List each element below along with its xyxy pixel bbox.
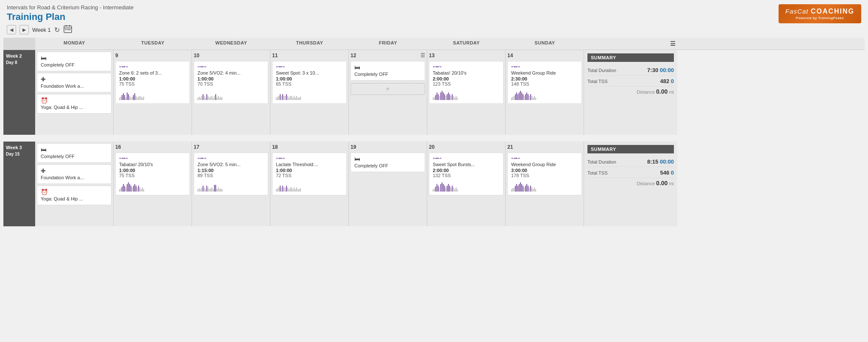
header-thursday: THURSDAY [270, 38, 349, 50]
groupride-w2-dur: 2:30:00 [511, 76, 578, 81]
refresh-button[interactable]: ↻ [54, 26, 60, 34]
top-header: Intervals for Road & Criterium Racing - … [0, 0, 868, 38]
week-2-title: Week 2 [6, 53, 22, 58]
off-card-friday-w3[interactable]: 🛏 Completely OFF [351, 153, 425, 172]
brand-name: FasCat COACHING [785, 8, 854, 15]
day-num-sat-w2: 13 [429, 52, 504, 59]
day-num-sun-w2: 14 [507, 52, 582, 59]
sweetspot-3x10-card[interactable]: ⊶⊷ Sweet Spot: 3 x 10... 1:00:00 65 TSS [272, 61, 347, 104]
bike-icon-tab-w2: ⊶⊷ [433, 64, 500, 70]
calendar-container: MONDAY TUESDAY WEDNESDAY THURSDAY FRIDAY… [0, 38, 868, 236]
zone5-5min-dur: 1:15:00 [198, 168, 264, 173]
header-friday: FRIDAY [349, 38, 427, 50]
bed-icon: 🛏 [41, 55, 108, 61]
bed-icon-mon-w3: 🛏 [41, 146, 108, 153]
lactate-tss: 72 TSS [276, 173, 343, 178]
total-duration-value-w3: 8:15 00:00 [647, 158, 674, 165]
total-tss-row-w2: Total TSS 482 0 [587, 76, 674, 86]
thursday-week3: 18 ⊶⊷ Lactate Threshold:... 1:00:00 72 T… [270, 142, 349, 226]
bike-icon-z5: ⊶⊷ [198, 64, 264, 70]
groupride-w2-card[interactable]: ⊶⊷ Weekend Group Ride 2:30:00 148 TSS [507, 61, 582, 104]
off-label-monday-w2: Completely OFF [41, 62, 108, 67]
next-week-button[interactable]: ▶ [19, 25, 29, 34]
bike-icon-tab-w3: ⊶⊷ [119, 156, 186, 161]
off-card-monday-w3[interactable]: 🛏 Completely OFF [37, 143, 111, 163]
prev-week-button[interactable]: ◀ [7, 25, 16, 34]
header-sunday: SUNDAY [506, 38, 584, 50]
week-3-label: Week 3 Day 15 [3, 142, 35, 226]
bike-icon-ssb: ⊶⊷ [433, 156, 500, 161]
bike-icon-gr-w3: ⊶⊷ [511, 156, 578, 161]
tabatas-w3-dur: 1:00:00 [119, 168, 186, 173]
lactate-dur: 1:00:00 [276, 168, 343, 173]
groupride-w3-name: Weekend Group Ride [511, 162, 578, 167]
header-empty [3, 38, 35, 50]
day-num-tue-w3: 16 [115, 143, 190, 151]
sweetspot-3x10-name: Sweet Spot: 3 x 10... [276, 70, 343, 75]
week-label: Week 1 [32, 27, 51, 33]
brand-coaching: COACHING [811, 8, 854, 15]
bike-icon-lt: ⊶⊷ [276, 156, 343, 161]
week-spacer [3, 138, 865, 142]
tuesday-week3: 16 ⊶⊷ Tabatas! 20/10's 1:00:00 75 TSS [114, 142, 192, 226]
tss-main-w2: 482 [660, 78, 670, 84]
monday-week2: 🛏 Completely OFF ✚ Foundation Work a... … [35, 50, 114, 135]
header-monday: MONDAY [35, 38, 114, 50]
sweetspot-bursts-chart [433, 180, 500, 192]
zone5-5min-card[interactable]: ⊶⊷ Zone 5/VO2: 5 min... 1:15:00 89 TSS [194, 153, 268, 195]
sweetspot-3x10-dur: 1:00:00 [276, 76, 343, 81]
day-num-wed-w2: 10 [194, 52, 268, 59]
subtitle: Intervals for Road & Criterium Racing - … [7, 4, 134, 11]
summary-w2-header: SUMMARY [587, 53, 674, 62]
tabatas-w3-card[interactable]: ⊶⊷ Tabatas! 20/10's 1:00:00 75 TSS [115, 153, 190, 195]
lactate-chart [276, 180, 343, 192]
distance-w2: Distance 0.00 mi [587, 88, 674, 95]
friday-week3: 19 🛏 Completely OFF [349, 142, 427, 226]
tabatas-w2-card[interactable]: ⊶⊷ Tabatas! 20/10's 2:00:00 123 TSS [429, 61, 504, 104]
menu-icon[interactable]: ☰ [670, 40, 676, 47]
yoga-name-w2: Yoga: Quad & Hip ... [41, 105, 108, 110]
zone5-4min-chart [198, 88, 264, 101]
bed-icon-fri-w3: 🛏 [354, 156, 421, 162]
lactate-name: Lactate Threshold:... [276, 162, 343, 167]
lactate-card[interactable]: ⊶⊷ Lactate Threshold:... 1:00:00 72 TSS [272, 153, 347, 195]
zone5-4min-card[interactable]: ⊶⊷ Zone 5/VO2: 4 min... 1:00:00 70 TSS [194, 61, 268, 104]
add-workout-button-fri-w2[interactable]: + [351, 83, 425, 95]
foundation-card-monday-w2[interactable]: ✚ Foundation Work a... [37, 73, 111, 92]
summary-w3-header: SUMMARY [587, 145, 674, 153]
tss-zero-w3: 0 [671, 170, 674, 176]
groupride-w3-card[interactable]: ⊶⊷ Weekend Group Ride 3:00:00 178 TSS [507, 153, 582, 195]
wednesday-week3: 17 ⊶⊷ Zone 5/VO2: 5 min... 1:15:00 89 TS… [192, 142, 270, 226]
yoga-card-monday-w3[interactable]: ⏰ Yoga: Quad & Hip ... [37, 186, 111, 205]
tabatas-w3-chart [119, 180, 186, 192]
calendar-button[interactable] [63, 24, 72, 35]
tabatas-w2-name: Tabatas! 20/10's [433, 70, 500, 75]
brand-fascat: FasCat [785, 8, 808, 15]
bike-icon-gr-w2: ⊶⊷ [511, 64, 578, 70]
zone5-5min-name: Zone 5/VO2: 5 min... [198, 162, 264, 167]
distance-value-w3: 0.00 [656, 180, 668, 186]
off-name-fri-w2: Completely OFF [354, 72, 421, 77]
tabatas-w2-tss: 123 TSS [433, 81, 500, 86]
zone6-name: Zone 6: 2 sets of 3... [119, 70, 186, 75]
tuesday-week2: 9 ⊶⊷ Zone 6: 2 sets of 3... 1:00:00 75 T… [114, 50, 192, 135]
yoga-card-monday-w2[interactable]: ⏰ Yoga: Quad & Hip ... [37, 94, 111, 114]
foundation-card-monday-w3[interactable]: ✚ Foundation Work a... [37, 164, 111, 184]
zone5-5min-tss: 89 TSS [198, 173, 264, 178]
friday-menu-icon[interactable]: ☰ [420, 53, 425, 58]
off-card-friday-w2[interactable]: 🛏 Completely OFF [351, 61, 425, 81]
day-headers: MONDAY TUESDAY WEDNESDAY THURSDAY FRIDAY… [3, 38, 865, 50]
foundation-name-monday-w2: Foundation Work a... [41, 83, 108, 89]
off-card-monday-w2[interactable]: 🛏 Completely OFF [37, 52, 111, 71]
groupride-w3-chart [511, 180, 578, 192]
day-num-thu-w3: 18 [272, 143, 347, 151]
calendar-icon [63, 24, 72, 33]
bed-icon-fri-w2: 🛏 [354, 64, 421, 71]
zone6-card[interactable]: ⊶⊷ Zone 6: 2 sets of 3... 1:00:00 75 TSS [115, 61, 190, 104]
total-tss-label-w2: Total TSS [587, 79, 608, 84]
sweetspot-bursts-card[interactable]: ⊶⊷ Sweet Spot Bursts... 2:00:00 132 TSS [429, 153, 504, 195]
header-saturday: SATURDAY [427, 38, 506, 50]
day-num-wed-w3: 17 [194, 143, 268, 151]
total-duration-row-w3: Total Duration 8:15 00:00 [587, 157, 674, 167]
monday-week3: 🛏 Completely OFF ✚ Foundation Work a... … [35, 142, 114, 226]
